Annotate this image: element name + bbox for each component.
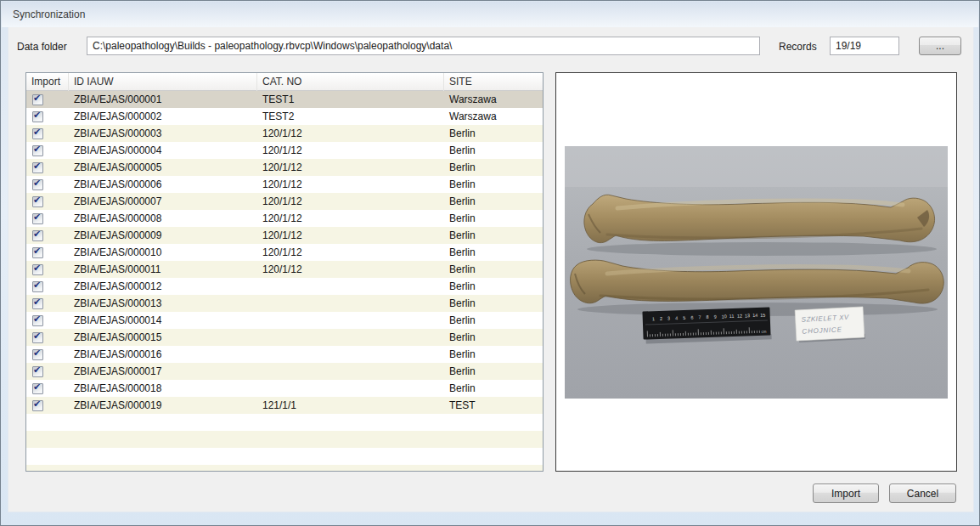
cell-id-iauw: ZBIA/EJAS/000004	[69, 144, 257, 156]
import-checkbox[interactable]	[32, 111, 43, 122]
cell-id-iauw: ZBIA/EJAS/000018	[69, 382, 257, 394]
table-row[interactable]: ZBIA/EJAS/000017 Berlin	[26, 363, 543, 380]
table-row[interactable]: ZBIA/EJAS/000013 Berlin	[26, 295, 543, 312]
import-checkbox[interactable]	[32, 400, 43, 411]
cancel-button[interactable]: Cancel	[889, 484, 956, 503]
records-input[interactable]	[830, 37, 899, 55]
import-checkbox-cell	[26, 127, 69, 139]
import-checkbox-cell	[26, 280, 69, 292]
import-checkbox-cell	[26, 144, 69, 156]
table-row[interactable]: ZBIA/EJAS/000018 Berlin	[26, 380, 543, 397]
import-checkbox[interactable]	[32, 247, 43, 258]
empty-table-row	[26, 414, 543, 431]
cell-cat-no: TEST1	[257, 93, 444, 105]
cell-cat-no: 120/1/12	[257, 229, 444, 241]
cell-id-iauw: ZBIA/EJAS/000001	[69, 93, 257, 105]
import-checkbox-cell	[26, 110, 69, 122]
table-row[interactable]: ZBIA/EJAS/000015 Berlin	[26, 329, 543, 346]
table-row[interactable]: ZBIA/EJAS/000012 Berlin	[26, 278, 543, 295]
import-checkbox[interactable]	[32, 230, 43, 241]
column-header-cat-no[interactable]: CAT. NO	[257, 73, 444, 91]
import-checkbox-cell	[26, 382, 69, 394]
cell-cat-no: 120/1/12	[257, 263, 444, 275]
import-checkbox[interactable]	[32, 145, 43, 156]
cell-site: Berlin	[444, 280, 543, 292]
cell-site: Berlin	[444, 144, 543, 156]
cell-id-iauw: ZBIA/EJAS/000007	[69, 195, 257, 207]
table-row[interactable]: ZBIA/EJAS/000004 120/1/12 Berlin	[26, 142, 543, 159]
cell-site: Berlin	[444, 297, 543, 309]
cell-cat-no: 121/1/1	[257, 399, 444, 411]
photo-light-band	[565, 146, 948, 187]
import-checkbox-cell	[26, 229, 69, 241]
table-row[interactable]: ZBIA/EJAS/000003 120/1/12 Berlin	[26, 125, 543, 142]
import-checkbox[interactable]	[32, 366, 43, 377]
cell-id-iauw: ZBIA/EJAS/000011	[69, 263, 257, 275]
svg-text:3: 3	[667, 315, 670, 320]
import-checkbox-cell	[26, 246, 69, 258]
import-checkbox[interactable]	[32, 162, 43, 173]
photo-panel: 123456789101112131415cm SZKIELET XV CHOJ…	[555, 72, 957, 472]
table-row[interactable]: ZBIA/EJAS/000014 Berlin	[26, 312, 543, 329]
cell-cat-no: 120/1/12	[257, 246, 444, 258]
ruler: 123456789101112131415cm	[642, 307, 771, 343]
cell-site: Berlin	[444, 382, 543, 394]
cell-id-iauw: ZBIA/EJAS/000010	[69, 246, 257, 258]
cell-id-iauw: ZBIA/EJAS/000016	[69, 348, 257, 360]
import-button[interactable]: Import	[813, 484, 879, 503]
cell-site: Berlin	[444, 212, 543, 224]
table-row[interactable]: ZBIA/EJAS/000008 120/1/12 Berlin	[26, 210, 543, 227]
svg-text:12: 12	[737, 314, 742, 319]
data-folder-input[interactable]	[87, 37, 760, 55]
table-row[interactable]: ZBIA/EJAS/000010 120/1/12 Berlin	[26, 244, 543, 261]
table-row[interactable]: ZBIA/EJAS/000019 121/1/1 TEST	[26, 397, 543, 414]
table-row[interactable]: ZBIA/EJAS/000005 120/1/12 Berlin	[26, 159, 543, 176]
cell-site: Berlin	[444, 263, 543, 275]
svg-text:14: 14	[752, 313, 758, 318]
cell-cat-no: 120/1/12	[257, 195, 444, 207]
import-checkbox[interactable]	[32, 298, 43, 309]
cell-id-iauw: ZBIA/EJAS/000009	[69, 229, 257, 241]
import-checkbox[interactable]	[32, 213, 43, 224]
cell-id-iauw: ZBIA/EJAS/000014	[69, 314, 257, 326]
import-checkbox[interactable]	[32, 349, 43, 360]
cell-site: Berlin	[444, 127, 543, 139]
table-row[interactable]: ZBIA/EJAS/000009 120/1/12 Berlin	[26, 227, 543, 244]
import-checkbox[interactable]	[32, 315, 43, 326]
import-checkbox-cell	[26, 365, 69, 377]
column-header-id-iauw[interactable]: ID IAUW	[69, 73, 257, 91]
bone-top	[584, 195, 937, 256]
import-checkbox-cell	[26, 93, 69, 105]
dialog-content: Data folder Records ... Import ID IAUW C…	[8, 27, 974, 512]
svg-text:1: 1	[652, 316, 655, 321]
browse-button[interactable]: ...	[919, 37, 961, 55]
svg-text:13: 13	[745, 313, 750, 318]
column-header-import[interactable]: Import	[26, 73, 69, 91]
column-header-site[interactable]: SITE	[444, 73, 543, 91]
svg-text:8: 8	[706, 314, 708, 320]
synchronization-dialog: Synchronization Data folder Records ... …	[0, 0, 980, 526]
table-row[interactable]: ZBIA/EJAS/000007 120/1/12 Berlin	[26, 193, 543, 210]
cell-site: Warszawa	[444, 110, 543, 122]
empty-table-row	[26, 448, 543, 465]
table-row[interactable]: ZBIA/EJAS/000001 TEST1 Warszawa	[26, 91, 543, 108]
table-row[interactable]: ZBIA/EJAS/000011 120/1/12 Berlin	[26, 261, 543, 278]
import-checkbox[interactable]	[32, 94, 43, 105]
table-row[interactable]: ZBIA/EJAS/000002 TEST2 Warszawa	[26, 108, 543, 125]
specimen-label-card: SZKIELET XV CHOJNICE	[795, 307, 865, 342]
table-row[interactable]: ZBIA/EJAS/000016 Berlin	[26, 346, 543, 363]
cell-id-iauw: ZBIA/EJAS/000006	[69, 178, 257, 190]
cell-id-iauw: ZBIA/EJAS/000017	[69, 365, 257, 377]
import-checkbox[interactable]	[32, 264, 43, 275]
import-checkbox[interactable]	[32, 196, 43, 207]
import-checkbox[interactable]	[32, 332, 43, 343]
import-checkbox[interactable]	[32, 128, 43, 139]
import-checkbox[interactable]	[32, 383, 43, 394]
import-checkbox-cell	[26, 297, 69, 309]
cell-id-iauw: ZBIA/EJAS/000015	[69, 331, 257, 343]
import-checkbox[interactable]	[32, 281, 43, 292]
import-checkbox[interactable]	[32, 179, 43, 190]
table-row[interactable]: ZBIA/EJAS/000006 120/1/12 Berlin	[26, 176, 543, 193]
cell-site: Berlin	[444, 314, 543, 326]
cell-cat-no: 120/1/12	[257, 178, 444, 190]
